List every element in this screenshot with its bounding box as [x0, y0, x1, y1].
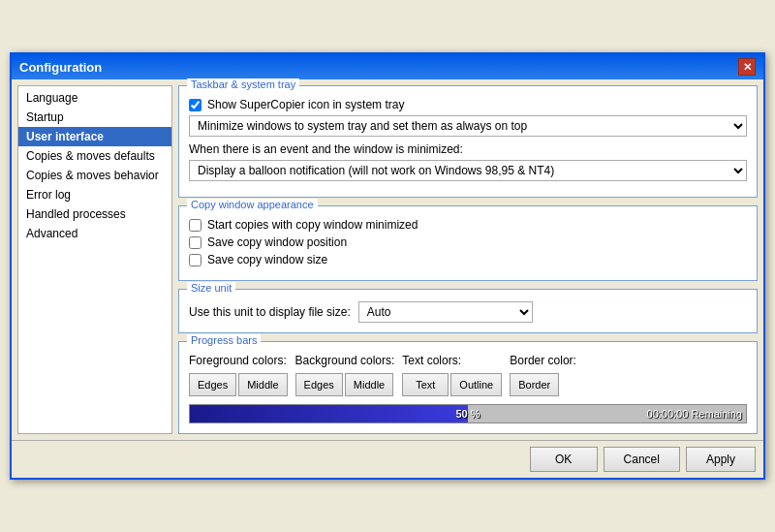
show-icon-label: Show SuperCopier icon in system tray [207, 98, 404, 111]
ok-button[interactable]: OK [530, 447, 598, 472]
dialog-title: Configuration [19, 60, 102, 75]
text-buttons: Text Outline [402, 373, 502, 396]
text-button[interactable]: Text [402, 373, 449, 396]
fg-middle-button[interactable]: Middle [238, 373, 287, 396]
foreground-label: Foreground colors: [189, 354, 287, 367]
sidebar-item-advanced[interactable]: Advanced [18, 224, 171, 243]
foreground-color-group: Foreground colors: Edges Middle [189, 354, 288, 396]
fg-edges-button[interactable]: Edges [189, 373, 236, 396]
minimize-dropdown[interactable]: Minimize windows to system tray and set … [189, 115, 747, 137]
event-dropdown-row: Display a balloon notification (will not… [189, 160, 747, 181]
apply-button[interactable]: Apply [686, 447, 756, 472]
size-unit-legend: Size unit [187, 282, 235, 294]
configuration-dialog: Configuration ✕ Language Startup User in… [10, 52, 765, 480]
copy-window-group: Copy window appearance Start copies with… [178, 205, 758, 281]
progress-bar-remaining: 00:00:00 Remaining [647, 408, 742, 420]
progress-bars-group: Progress bars Foreground colors: Edges M… [178, 341, 758, 434]
show-icon-checkbox[interactable] [189, 99, 202, 111]
sidebar-item-handled-processes[interactable]: Handled processes [18, 204, 171, 224]
sidebar-item-language[interactable]: Language [18, 88, 171, 108]
foreground-buttons: Edges Middle [189, 373, 288, 396]
show-icon-row: Show SuperCopier icon in system tray [189, 98, 747, 111]
background-buttons: Edges Middle [295, 373, 394, 396]
bg-edges-button[interactable]: Edges [295, 373, 343, 396]
outline-button[interactable]: Outline [450, 373, 502, 396]
save-position-checkbox[interactable] [189, 236, 202, 249]
start-minimized-label: Start copies with copy window minimized [207, 218, 418, 232]
taskbar-group: Taskbar & system tray Show SuperCopier i… [178, 85, 758, 198]
save-size-label: Save copy window size [207, 253, 327, 266]
progress-bars-legend: Progress bars [187, 334, 261, 346]
size-unit-group: Size unit Use this unit to display file … [178, 289, 758, 333]
dialog-body: Language Startup User interface Copies &… [12, 79, 763, 440]
sidebar-item-user-interface[interactable]: User interface [18, 127, 171, 146]
size-unit-dropdown[interactable]: Auto Bytes KB MB GB [358, 301, 533, 323]
start-minimized-checkbox[interactable] [189, 219, 202, 232]
size-unit-content: Use this unit to display file size: Auto… [189, 301, 747, 323]
save-position-row: Save copy window position [189, 235, 747, 249]
sidebar-item-copies-defaults[interactable]: Copies & moves defaults [18, 146, 171, 166]
border-button[interactable]: Border [510, 373, 559, 396]
dialog-footer: OK Cancel Apply [12, 440, 763, 478]
save-position-label: Save copy window position [207, 235, 347, 249]
cancel-button[interactable]: Cancel [604, 447, 680, 472]
save-size-row: Save copy window size [189, 253, 747, 266]
event-dropdown[interactable]: Display a balloon notification (will not… [189, 160, 747, 181]
background-label: Background colors: [295, 354, 395, 367]
sidebar: Language Startup User interface Copies &… [17, 85, 172, 434]
border-color-group: Border color: Border [510, 354, 576, 396]
size-unit-label: Use this unit to display file size: [189, 305, 351, 319]
color-buttons-row: Foreground colors: Edges Middle Backgrou… [189, 354, 747, 396]
copy-window-content: Start copies with copy window minimized … [189, 218, 747, 266]
bg-middle-button[interactable]: Middle [345, 373, 393, 396]
progress-bar-text: 50 % [455, 408, 480, 420]
progress-bar-preview: 50 % 00:00:00 Remaining [189, 404, 747, 423]
text-color-group: Text colors: Text Outline [402, 354, 502, 396]
border-buttons: Border [510, 373, 559, 396]
sidebar-item-error-log[interactable]: Error log [18, 185, 171, 204]
main-content: Taskbar & system tray Show SuperCopier i… [178, 85, 758, 434]
text-color-label: Text colors: [402, 354, 461, 367]
background-color-group: Background colors: Edges Middle [295, 354, 395, 396]
event-label: When there is an event and the window is… [189, 142, 747, 156]
copy-window-legend: Copy window appearance [187, 199, 318, 210]
border-color-label: Border color: [510, 354, 576, 367]
sidebar-item-copies-behavior[interactable]: Copies & moves behavior [18, 166, 171, 185]
size-unit-row: Use this unit to display file size: Auto… [189, 301, 747, 323]
taskbar-group-content: Show SuperCopier icon in system tray Min… [189, 98, 747, 181]
sidebar-item-startup[interactable]: Startup [18, 108, 171, 127]
close-button[interactable]: ✕ [738, 58, 756, 76]
minimize-dropdown-row: Minimize windows to system tray and set … [189, 115, 747, 137]
start-minimized-row: Start copies with copy window minimized [189, 218, 747, 232]
progress-bar-fill [190, 405, 468, 422]
save-size-checkbox[interactable] [189, 254, 202, 266]
title-bar: Configuration ✕ [12, 54, 763, 79]
taskbar-group-legend: Taskbar & system tray [187, 78, 299, 90]
